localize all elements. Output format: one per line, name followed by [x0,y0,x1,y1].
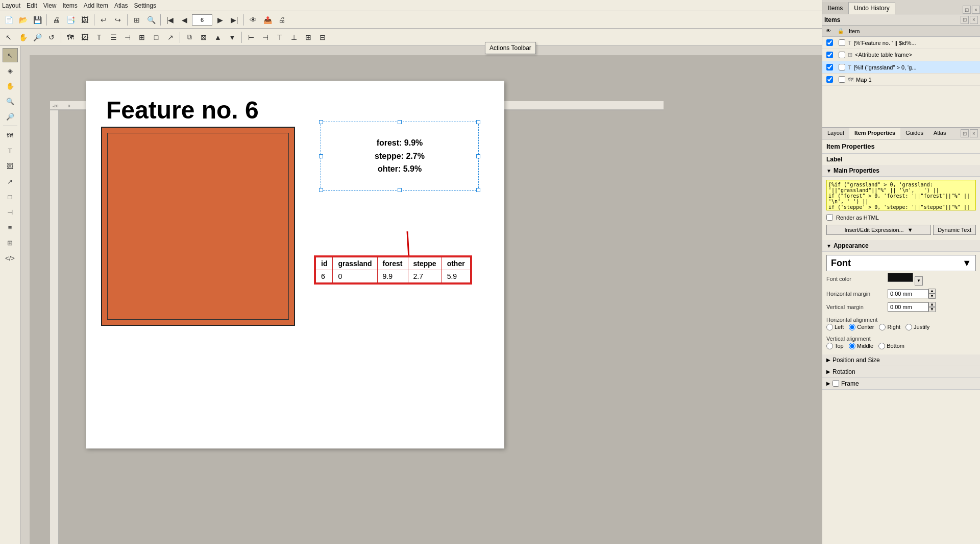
feature-title-label[interactable]: Feature no. 6 [106,96,259,124]
close-panel-btn[interactable]: × [972,6,980,14]
v-align-middle-radio[interactable] [849,343,855,349]
handle-br[interactable] [476,188,480,192]
export-img-btn[interactable]: 🖼 [78,13,91,27]
h-align-left-label[interactable]: Left [826,324,844,330]
v-align-top-radio[interactable] [826,343,833,349]
item-lock-check[interactable] [836,52,848,58]
list-item[interactable]: ⊞ <Attribute table frame> [822,49,980,61]
v-margin-down[interactable]: ▼ [928,307,936,312]
group-btn[interactable]: ⧉ [183,31,196,44]
visibility-checkbox[interactable] [826,39,833,46]
list-item[interactable]: 🗺 Map 1 [822,74,980,86]
zoom-out-tool[interactable]: 🔎 [3,109,18,124]
add-shape-btn[interactable]: □ [150,31,163,44]
props-float-btn[interactable]: ⊡ [961,129,969,137]
attribute-table[interactable]: id grassland forest steppe other 6 0 9.9… [315,257,471,283]
menu-settings[interactable]: Settings [134,2,156,9]
label-box[interactable]: forest: 9.9% steppe: 2.7% ohter: 5.9% [321,122,479,191]
render-html-checkbox[interactable] [826,214,833,221]
align-right-btn[interactable]: ⊣ [259,31,272,44]
handle-ml[interactable] [319,154,323,158]
redo-btn[interactable]: ↪ [111,13,125,27]
main-properties-header[interactable]: ▼ Main Properties [822,165,980,177]
v-align-top-label[interactable]: Top [826,343,844,349]
zoom-in-btn[interactable]: 🔍 [144,13,158,27]
item-visibility-check[interactable] [823,76,836,83]
v-align-bottom-radio[interactable] [878,343,885,349]
h-margin-up[interactable]: ▲ [928,289,936,294]
menu-atlas[interactable]: Atlas [114,2,128,9]
add-table-tool[interactable]: ⊞ [3,235,18,250]
v-margin-up[interactable]: ▲ [928,302,936,307]
expression-textarea[interactable]: [%if ("grassland" > 0, 'grassland: '||"g… [826,180,976,210]
frame-section[interactable]: ▶ Frame [822,378,980,390]
font-dropdown-arrow[interactable]: ▼ [962,258,971,269]
zoom-tool-btn[interactable]: 🔎 [31,31,44,44]
h-align-justify-label[interactable]: Justify [905,324,929,330]
align-vcenter-btn[interactable]: ⊟ [316,31,329,44]
h-align-center-label[interactable]: Center [849,324,874,330]
add-legend-btn[interactable]: ☰ [107,31,120,44]
item-visibility-check[interactable] [823,52,836,58]
tab-item-properties[interactable]: Item Properties [849,128,900,139]
insert-expression-btn[interactable]: Insert/Edit Expression... ▼ [826,225,931,235]
add-shape-tool[interactable]: □ [3,190,18,204]
item-lock-check[interactable] [836,64,848,70]
appearance-header[interactable]: ▼ Appearance [822,240,980,252]
item-lock-check[interactable] [836,39,848,46]
lock-checkbox[interactable] [839,52,845,58]
print-btn[interactable]: 🖨 [50,13,63,27]
h-align-center-radio[interactable] [849,324,855,330]
frame-checkbox[interactable] [832,380,839,387]
h-margin-down[interactable]: ▼ [928,294,936,299]
h-align-justify-radio[interactable] [905,324,912,330]
menu-add-item[interactable]: Add Item [84,2,108,9]
tab-layout[interactable]: Layout [822,128,849,139]
select-tool-btn[interactable]: ↖ [2,31,15,44]
tab-items[interactable]: Items [822,2,848,14]
first-page-btn[interactable]: |◀ [163,13,177,27]
visibility-checkbox[interactable] [826,76,833,83]
lock-checkbox[interactable] [839,76,845,83]
open-btn[interactable]: 📂 [16,13,30,27]
align-bottom-btn[interactable]: ⊥ [287,31,301,44]
save-btn[interactable]: 💾 [31,13,44,27]
node-tool[interactable]: ◈ [3,63,18,78]
v-align-bottom-label[interactable]: Bottom [878,343,904,349]
visibility-checkbox[interactable] [826,64,833,70]
font-selector[interactable]: Font ▼ [826,255,976,271]
last-page-btn[interactable]: ▶| [228,13,241,27]
item-visibility-check[interactable] [823,39,836,46]
tab-undo-history[interactable]: Undo History [848,2,895,14]
handle-bl[interactable] [319,188,323,192]
tab-atlas[interactable]: Atlas [928,128,951,139]
undo-btn[interactable]: ↩ [97,13,110,27]
zoom-full-btn[interactable]: ⊞ [130,13,143,27]
list-item[interactable]: T [%'Feature no. ' || $id%... [822,37,980,49]
add-map-tool[interactable]: 🗺 [3,128,18,143]
h-margin-input[interactable] [888,289,928,298]
add-table-btn[interactable]: ⊞ [135,31,149,44]
add-scalebar-btn[interactable]: ⊣ [121,31,134,44]
align-hcenter-btn[interactable]: ⊞ [302,31,315,44]
h-align-right-label[interactable]: Right [879,324,900,330]
v-align-middle-label[interactable]: Middle [849,343,873,349]
ungroup-btn[interactable]: ⊠ [197,31,210,44]
props-close-btn[interactable]: × [970,129,978,137]
zoom-in-tool[interactable]: 🔍 [3,94,18,108]
list-item[interactable]: T [%if ("grassland" > 0, 'g... [822,61,980,74]
menu-items[interactable]: Items [63,2,78,9]
items-float-btn[interactable]: ⊡ [961,16,969,24]
add-label-tool[interactable]: T [3,144,18,158]
visibility-checkbox[interactable] [826,52,833,58]
font-color-swatch[interactable] [888,273,913,282]
add-map-btn[interactable]: 🗺 [64,31,77,44]
v-margin-input[interactable] [888,302,928,312]
select-tool[interactable]: ↖ [3,48,18,62]
raise-btn[interactable]: ▲ [211,31,225,44]
align-left-btn[interactable]: ⊢ [244,31,258,44]
lock-checkbox[interactable] [839,64,845,70]
float-btn[interactable]: ⊡ [963,6,971,14]
add-arrow-tool[interactable]: ↗ [3,174,18,188]
handle-tr[interactable] [476,120,480,124]
